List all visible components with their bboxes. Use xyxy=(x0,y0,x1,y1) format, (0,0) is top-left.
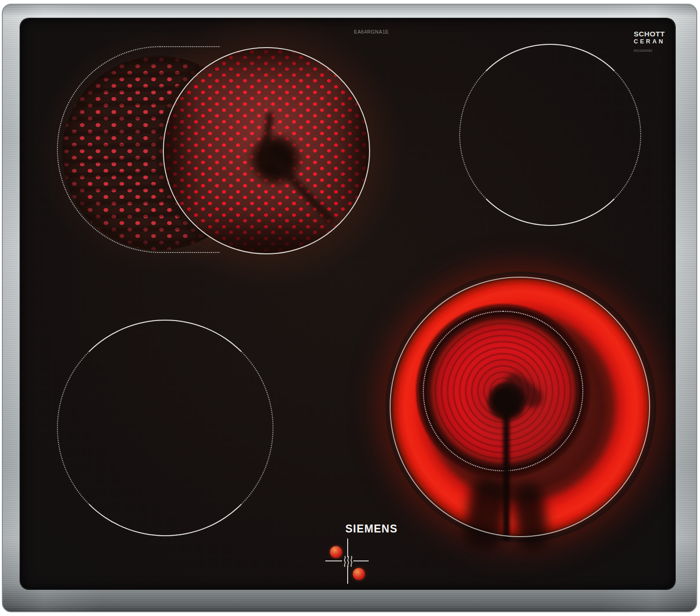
hob-product-photo: EA64RGNA1E SCHOTT CERAN 9001609080 xyxy=(0,0,700,616)
glass-part-number: 9001609080 xyxy=(634,49,675,52)
control-cross-line-left xyxy=(325,560,342,561)
element-clip xyxy=(164,49,369,253)
solid-arc-bottom xyxy=(459,44,641,226)
solid-arc-bottom xyxy=(57,320,273,536)
residual-heat-dot xyxy=(353,568,365,580)
zone-bottom-right-solid-outline xyxy=(390,277,650,537)
schott-ceran-logo: SCHOTT CERAN 9001609080 xyxy=(634,30,675,52)
zone-top-left-main-element xyxy=(163,47,370,254)
heat-waves-icon xyxy=(343,555,354,567)
ceramic-glass-surface: EA64RGNA1E SCHOTT CERAN 9001609080 xyxy=(21,19,675,589)
residual-heat-dot xyxy=(330,546,342,558)
control-cross-line-bottom xyxy=(347,566,348,584)
control-cross-line-top xyxy=(347,539,348,557)
siemens-logo: SIEMENS xyxy=(278,523,465,535)
zone-bottom-left-outline xyxy=(57,320,273,536)
schott-logo-line1: SCHOTT xyxy=(634,30,675,38)
control-cross-line-right xyxy=(353,560,369,561)
zone-top-right-outline xyxy=(459,44,641,226)
schott-logo-line2: CERAN xyxy=(634,38,675,45)
